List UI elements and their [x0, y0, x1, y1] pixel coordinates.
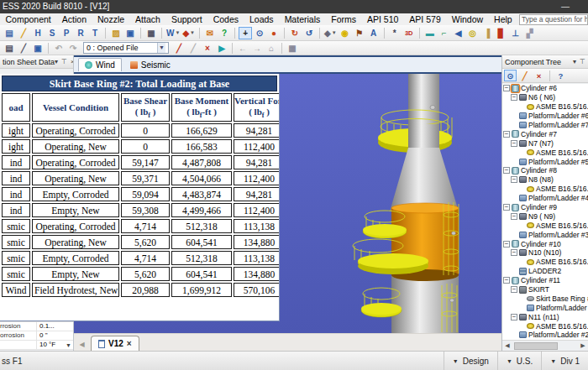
tree-item-cylinder-8[interactable]: −Cylinder #8: [502, 166, 588, 175]
tree-expander-icon[interactable]: −: [503, 131, 510, 138]
close-icon[interactable]: ×: [71, 58, 73, 65]
help-question-input[interactable]: Type a question for help: [519, 14, 588, 25]
menu-item-api-579[interactable]: API 579: [404, 14, 446, 24]
undo-icon[interactable]: ↶: [52, 42, 66, 55]
delete-element-icon[interactable]: ×: [201, 42, 214, 55]
title-block-icon[interactable]: T: [88, 27, 102, 39]
chevron-down-icon[interactable]: ▼: [190, 30, 195, 35]
tree-item-cylinder-10[interactable]: −Cylinder #10: [502, 239, 588, 248]
tree-item-n6-n6[interactable]: −N6 ( N6): [502, 93, 588, 102]
property-value[interactable]: 0.1...: [37, 322, 73, 331]
open-file-icon[interactable]: ▨: [109, 27, 123, 39]
menu-item-action[interactable]: Action: [56, 14, 92, 24]
chevron-down-icon[interactable]: ▼: [157, 43, 165, 53]
tree-expander-icon[interactable]: −: [503, 85, 510, 91]
email-icon[interactable]: ✉: [203, 27, 217, 39]
property-row[interactable]: orrosion0 ": [0, 331, 73, 341]
tree-item-platform-ladder-6[interactable]: Platform/Ladder #6: [502, 112, 588, 121]
menu-item-nozzle[interactable]: Nozzle: [92, 14, 129, 24]
save-file-icon[interactable]: ▣: [123, 27, 137, 39]
annotate-icon[interactable]: A: [367, 27, 381, 39]
export-pdf-icon[interactable]: ◆▼: [181, 27, 196, 39]
insert-element-icon[interactable]: ▶: [215, 42, 228, 55]
nozzle-check-icon[interactable]: ◉: [339, 27, 352, 39]
tree-item-cylinder-11[interactable]: −Cylinder #11: [502, 276, 588, 285]
menu-item-attach[interactable]: Attach: [130, 14, 166, 24]
export-word-icon[interactable]: W▼: [165, 27, 181, 39]
tree-item-platform-ladder-7[interactable]: Platform/Ladder #7: [502, 121, 588, 130]
tree-expander-icon[interactable]: −: [511, 249, 517, 256]
tree-item-platform-ladder-2[interactable]: Platform/Ladder #2: [502, 331, 588, 340]
menu-item-window[interactable]: Window: [446, 14, 488, 24]
rotate-cw-icon[interactable]: ↻: [288, 27, 302, 39]
tree-expander-icon[interactable]: −: [503, 277, 510, 284]
comp-flange-icon[interactable]: ▐: [480, 27, 494, 39]
horizontal-vessel-icon[interactable]: H: [31, 27, 45, 39]
comp-elbow-icon[interactable]: ⌐: [438, 27, 451, 39]
tree-expander-icon[interactable]: −: [503, 241, 510, 248]
tab-scroll-left-icon[interactable]: ◀: [76, 338, 87, 351]
help-icon[interactable]: ?: [218, 27, 231, 39]
menu-item-forms[interactable]: Forms: [326, 14, 362, 24]
property-value[interactable]: 0 ": [37, 331, 73, 340]
view-angle-icon[interactable]: ◈▼: [323, 27, 338, 39]
tree-help-icon[interactable]: ?: [554, 70, 567, 81]
tree-item-platform-ladder-3[interactable]: Platform/Ladder #3: [502, 230, 588, 239]
tree-item-asme-b16-5-16-47[interactable]: ASME B16.5/16.47: [502, 321, 588, 331]
comp-cone-icon[interactable]: ◀: [452, 27, 465, 39]
menu-item-loads[interactable]: Loads: [244, 14, 280, 24]
tab-seismic[interactable]: Seismic: [124, 58, 176, 71]
tree-expander-icon[interactable]: −: [511, 176, 517, 183]
status-selector-u-s[interactable]: ▼U.S.: [497, 352, 541, 370]
status-selector-div-1[interactable]: ▼Div 1: [541, 352, 588, 370]
tree-item-n8-n8[interactable]: −N8 (N8): [502, 175, 588, 185]
tree-item-ladder2[interactable]: LADDER2: [502, 267, 588, 276]
report-r-icon[interactable]: R: [74, 27, 87, 39]
comp-torus-icon[interactable]: ◎: [466, 27, 480, 39]
property-value[interactable]: 10 °F: [37, 341, 66, 349]
tree-expander-icon[interactable]: −: [511, 286, 517, 293]
tree-item-n11-n11[interactable]: −N11 (n11): [502, 312, 588, 321]
chevron-down-icon[interactable]: ▼: [66, 342, 73, 348]
relief-valve-icon[interactable]: *: [388, 27, 402, 39]
tree-item-cylinder-6[interactable]: −Cylinder #6: [502, 84, 588, 93]
menu-item-component[interactable]: Component: [0, 14, 56, 24]
tree-item-n10-n10[interactable]: −N10 (N10): [502, 248, 588, 258]
attach-flag-icon[interactable]: ⚑: [353, 27, 366, 39]
chevron-down-icon[interactable]: ▼: [332, 30, 337, 35]
tree-item-n9-n9[interactable]: −N9 ( N9): [502, 211, 588, 221]
view-3d-icon[interactable]: 3D: [402, 27, 416, 39]
print-icon[interactable]: ▦: [144, 27, 158, 39]
scroll-left-icon[interactable]: ◀: [502, 342, 512, 349]
tree-item-asme-b16-5-16-47[interactable]: ASME B16.5/16.47: [502, 185, 588, 194]
tree-item-asme-b16-5-16-47[interactable]: ASME B16.5/16.47: [502, 148, 588, 157]
quick-start-icon[interactable]: ╱: [17, 27, 30, 39]
tree-item-skirt-base-ring-2[interactable]: Skirt Base Ring #2: [502, 294, 588, 303]
tree-select-icon[interactable]: ⊙: [504, 70, 517, 81]
comp-skirt-icon[interactable]: ▞: [523, 27, 537, 39]
prev-element-icon[interactable]: ←: [236, 42, 249, 55]
tree-item-platform-ladder-5[interactable]: Platform/Ladder #5: [502, 157, 588, 166]
tree-item-asme-b16-5-16-47[interactable]: ASME B16.5/16.47: [502, 102, 588, 112]
tree-expander-icon[interactable]: −: [511, 94, 517, 101]
tree-item-cylinder-9[interactable]: −Cylinder #9: [502, 203, 588, 212]
save-report-icon[interactable]: ▣: [31, 42, 45, 55]
scroll-thumb[interactable]: [514, 342, 558, 350]
comp-cylinder-icon[interactable]: ▬: [423, 27, 437, 39]
redo-icon[interactable]: ↷: [66, 42, 80, 55]
render-mode-icon[interactable]: ●: [267, 27, 281, 39]
chevron-down-icon[interactable]: ▾: [573, 58, 576, 65]
chevron-down-icon[interactable]: ▾: [55, 58, 58, 65]
list-elements-icon[interactable]: ▦: [286, 42, 299, 55]
tree-item-platform-ladder[interactable]: Platform/Ladder #: [502, 303, 588, 312]
last-element-icon[interactable]: ⌂: [265, 42, 278, 55]
attachments-icon[interactable]: ╱: [17, 42, 30, 55]
file-selector-combo[interactable]: 0 : Opened File ▼: [83, 42, 169, 54]
input-data-icon[interactable]: ▤: [3, 27, 16, 39]
edit-element-icon[interactable]: ╱: [172, 42, 186, 55]
tree-delete-icon[interactable]: ×: [533, 70, 545, 81]
form-view-icon[interactable]: ▤: [3, 42, 16, 55]
tree-item-asme-b16-5-16-47[interactable]: ASME B16.5/16.47: [502, 258, 588, 267]
shell-data-icon[interactable]: S: [45, 27, 59, 39]
zoom-icon[interactable]: ⊙: [253, 27, 266, 39]
